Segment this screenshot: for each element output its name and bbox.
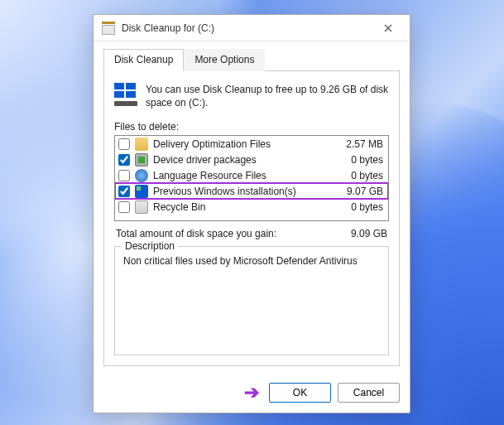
file-size: 0 bytes — [340, 170, 383, 181]
file-row[interactable]: Delivery Optimization Files2.57 MB — [115, 136, 388, 152]
drive-icon — [102, 22, 115, 35]
intro-row: You can use Disk Cleanup to free up to 9… — [114, 80, 389, 116]
windows-drive-icon — [114, 83, 137, 106]
dialog-button-row: ➔ OK Cancel — [94, 374, 410, 413]
titlebar[interactable]: Disk Cleanup for (C:) — [94, 15, 410, 41]
file-size: 0 bytes — [340, 201, 383, 213]
file-name: Previous Windows installation(s) — [153, 186, 335, 197]
file-size: 2.57 MB — [340, 138, 383, 150]
file-name: Device driver packages — [153, 154, 335, 166]
files-to-delete-label: Files to delete: — [114, 121, 389, 133]
file-name: Language Resource Files — [153, 170, 335, 181]
total-label: Total amount of disk space you gain: — [116, 228, 276, 239]
intro-text: You can use Disk Cleanup to free up to 9… — [146, 83, 389, 109]
file-checkbox[interactable] — [118, 154, 130, 166]
file-type-icon — [135, 169, 148, 182]
tab-panel-disk-cleanup: You can use Disk Cleanup to free up to 9… — [103, 71, 400, 366]
file-checkbox[interactable] — [118, 170, 130, 181]
disk-cleanup-dialog: Disk Cleanup for (C:) Disk Cleanup More … — [93, 14, 410, 413]
tab-more-options[interactable]: More Options — [184, 49, 265, 71]
ok-button[interactable]: OK — [269, 383, 331, 403]
file-type-icon — [135, 185, 148, 198]
file-row[interactable]: Language Resource Files0 bytes — [115, 167, 388, 183]
close-button[interactable] — [372, 17, 405, 40]
dialog-content: Disk Cleanup More Options You can use Di… — [94, 41, 410, 374]
file-row[interactable]: Previous Windows installation(s)9.07 GB — [115, 183, 388, 199]
file-name: Delivery Optimization Files — [153, 138, 335, 150]
file-name: Recycle Bin — [153, 201, 335, 213]
tab-disk-cleanup[interactable]: Disk Cleanup — [103, 49, 184, 71]
close-icon — [384, 24, 392, 32]
file-checkbox[interactable] — [118, 138, 130, 150]
file-type-icon — [135, 138, 148, 151]
files-listbox[interactable]: Delivery Optimization Files2.57 MBDevice… — [114, 135, 389, 221]
total-value: 9.09 GB — [351, 228, 387, 239]
file-row[interactable]: Device driver packages0 bytes — [115, 152, 388, 167]
description-text: Non critical files used by Microsoft Def… — [123, 255, 380, 267]
file-row[interactable]: Recycle Bin0 bytes — [115, 199, 388, 215]
window-title: Disk Cleanup for (C:) — [122, 22, 372, 34]
description-legend: Description — [122, 240, 178, 252]
file-type-icon — [135, 153, 148, 167]
file-type-icon — [135, 200, 148, 214]
cancel-button[interactable]: Cancel — [338, 383, 400, 403]
file-checkbox[interactable] — [118, 201, 130, 213]
file-size: 0 bytes — [340, 154, 383, 166]
file-checkbox[interactable] — [118, 186, 130, 197]
description-groupbox: Description Non critical files used by M… — [114, 246, 389, 355]
file-size: 9.07 GB — [340, 186, 383, 197]
tabstrip: Disk Cleanup More Options — [103, 48, 400, 71]
